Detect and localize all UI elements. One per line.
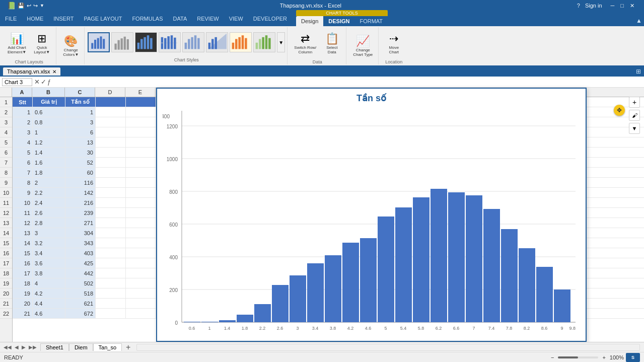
cell-r14c2[interactable]: 3 [33, 228, 65, 238]
cell-r3c1[interactable]: 2 [13, 117, 33, 127]
cell-r20c3[interactable]: 518 [65, 288, 96, 298]
cell-r21c4[interactable] [96, 299, 126, 308]
cell-r11c4[interactable] [96, 198, 126, 207]
tab-data[interactable]: DATA [168, 11, 192, 26]
cell-r3c3[interactable]: 3 [65, 117, 96, 127]
cell-r1c3[interactable]: Tần số [65, 97, 96, 107]
cell-r19c5[interactable] [126, 278, 156, 288]
sheet-tab-sheet1[interactable]: Sheet1 [40, 343, 69, 351]
cell-r6c5[interactable] [126, 148, 156, 157]
cell-r4c4[interactable] [96, 127, 126, 137]
cell-r17c3[interactable]: 425 [65, 258, 96, 268]
cell-r16c5[interactable] [126, 248, 156, 258]
customize-icon[interactable]: ▼ [40, 3, 44, 8]
cell-r8c4[interactable] [96, 168, 126, 177]
sheet-tab-tan-so[interactable]: Tan_so [93, 343, 122, 351]
ribbon-collapse-btn[interactable]: ▲ [634, 15, 644, 26]
cell-r7c1[interactable]: 6 [13, 158, 33, 167]
cell-r12c4[interactable] [96, 208, 126, 218]
enter-formula-icon[interactable]: ✓ [41, 78, 46, 86]
select-data-btn[interactable]: 📋 SelectData [321, 31, 343, 56]
cell-r16c4[interactable] [96, 248, 126, 258]
cell-r10c4[interactable] [96, 188, 126, 197]
tab-view[interactable]: VIEW [224, 11, 248, 26]
cell-r15c5[interactable] [126, 238, 156, 248]
insert-function-icon[interactable]: ƒ [47, 78, 51, 86]
cell-r14c3[interactable]: 304 [65, 228, 96, 238]
tab-page-layout[interactable]: PAGE LAYOUT [79, 11, 127, 26]
cell-r10c3[interactable]: 142 [65, 188, 96, 197]
cell-r5c2[interactable]: 1.2 [33, 137, 65, 147]
cell-r11c1[interactable]: 10 [13, 198, 33, 207]
cell-r18c2[interactable]: 3.8 [33, 268, 65, 278]
cell-r14c5[interactable] [126, 228, 156, 238]
cell-r8c1[interactable]: 7 [13, 168, 33, 177]
cell-r16c3[interactable]: 403 [65, 248, 96, 258]
cell-r22c2[interactable]: 4.6 [33, 309, 65, 318]
cell-r11c5[interactable] [126, 198, 156, 207]
h-scrollbar[interactable] [136, 344, 640, 351]
zoom-in-btn[interactable]: + [600, 354, 607, 360]
cell-r3c5[interactable] [126, 117, 156, 127]
add-chart-element-btn[interactable]: 📊 Add ChartElement▼ [5, 31, 29, 56]
cell-r14c1[interactable]: 13 [13, 228, 33, 238]
cell-r12c2[interactable]: 2.6 [33, 208, 65, 218]
cell-r19c3[interactable]: 502 [65, 278, 96, 288]
cell-r18c3[interactable]: 442 [65, 268, 96, 278]
expand-icon[interactable]: ⊞ [636, 68, 641, 75]
cell-r20c1[interactable]: 19 [13, 288, 33, 298]
cell-r15c2[interactable]: 3.2 [33, 238, 65, 248]
cell-r21c3[interactable]: 621 [65, 299, 96, 308]
cell-r1c5[interactable] [126, 97, 156, 107]
file-tab[interactable]: Thapsang.vn.xlsx ✕ [3, 67, 60, 76]
chart-filter-btn[interactable]: ▼ [629, 123, 640, 134]
cell-r17c1[interactable]: 16 [13, 258, 33, 268]
cell-r15c1[interactable]: 14 [13, 238, 33, 248]
cell-r17c2[interactable]: 3.6 [33, 258, 65, 268]
col-c[interactable]: C [65, 88, 95, 97]
cell-r15c3[interactable]: 343 [65, 238, 96, 248]
cell-r10c1[interactable]: 9 [13, 188, 33, 197]
cell-r10c2[interactable]: 2.2 [33, 188, 65, 197]
file-tab-close[interactable]: ✕ [52, 69, 56, 75]
cell-r5c4[interactable] [96, 137, 126, 147]
tab-insert[interactable]: INSERT [48, 11, 79, 26]
scroll-left-tab2[interactable]: ◀ [13, 344, 20, 350]
close-btn[interactable]: ✕ [627, 3, 637, 9]
change-colors-btn[interactable]: 🎨 ChangeColors▼ [60, 33, 81, 58]
change-chart-type-btn[interactable]: 📈 ChangeChart Type [350, 33, 375, 58]
sign-in-label[interactable]: Sign in [585, 3, 602, 9]
cell-r13c3[interactable]: 271 [65, 218, 96, 228]
cell-r19c2[interactable]: 4 [33, 278, 65, 288]
cell-r1c2[interactable]: Giá trị [33, 97, 65, 107]
cell-r16c1[interactable]: 15 [13, 248, 33, 258]
cell-r1c1[interactable]: Stt [13, 97, 33, 107]
cell-r8c5[interactable] [126, 168, 156, 177]
cell-r13c5[interactable] [126, 218, 156, 228]
cell-r2c2[interactable]: 0.6 [33, 107, 65, 117]
cell-r1c4[interactable] [96, 97, 126, 107]
cell-r2c5[interactable] [126, 107, 156, 117]
cell-r7c2[interactable]: 1.6 [33, 158, 65, 167]
minimize-btn[interactable]: ─ [608, 3, 617, 9]
tab-file[interactable]: FILE [0, 11, 22, 26]
cell-r4c2[interactable]: 1 [33, 127, 65, 137]
cell-r5c5[interactable] [126, 137, 156, 147]
cell-r15c4[interactable] [96, 238, 126, 248]
quick-layout-btn[interactable]: ⊞ QuickLayout▼ [31, 31, 53, 56]
cell-r17c4[interactable] [96, 258, 126, 268]
cell-r22c4[interactable] [96, 309, 126, 318]
chart-style-3[interactable] [135, 32, 157, 52]
tab-formulas[interactable]: FORMULAS [127, 11, 168, 26]
tab-review[interactable]: REVIEW [192, 11, 224, 26]
cell-r7c4[interactable] [96, 158, 126, 167]
cell-r13c2[interactable]: 2.8 [33, 218, 65, 228]
col-e[interactable]: E [125, 88, 156, 97]
cell-r20c5[interactable] [126, 288, 156, 298]
cancel-formula-icon[interactable]: ✕ [34, 78, 40, 86]
cell-r10c5[interactable] [126, 188, 156, 197]
redo-icon[interactable]: ↪ [33, 3, 38, 9]
undo-icon[interactable]: ↩ [27, 3, 31, 9]
cell-r17c5[interactable] [126, 258, 156, 268]
cell-r2c4[interactable] [96, 107, 126, 117]
